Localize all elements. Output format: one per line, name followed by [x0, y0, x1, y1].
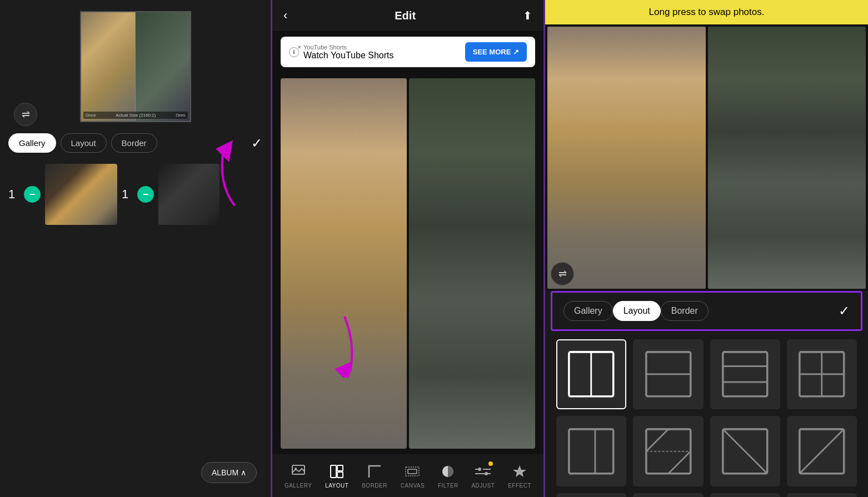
- yellow-dot-indicator: [488, 461, 493, 466]
- svg-rect-6: [337, 472, 343, 478]
- effect-label: EFFECT: [508, 483, 531, 489]
- layout-option-left-big[interactable]: [556, 416, 626, 486]
- tool-border[interactable]: BORDER: [362, 463, 387, 489]
- cat-bowl-image: [45, 164, 117, 225]
- svg-rect-22: [723, 352, 767, 396]
- ad-text: YouTube Shorts Watch YouTube Shorts: [303, 44, 393, 61]
- share-button[interactable]: ⬆: [523, 9, 532, 22]
- album-button[interactable]: ALBUM ∧: [201, 462, 257, 483]
- layout-grid: [545, 331, 868, 497]
- preview-right-image: [136, 12, 190, 121]
- photo-thumbnail-2[interactable]: [158, 164, 220, 225]
- tooltip-bar: Long press to swap photos.: [545, 0, 868, 24]
- layout-option-eight-mix[interactable]: [787, 493, 857, 498]
- panel-right: Long press to swap photos. ⇌ Gallery Lay…: [545, 0, 868, 497]
- border-icon: [366, 463, 383, 480]
- svg-point-11: [478, 468, 481, 471]
- canvas-icon: [403, 463, 421, 480]
- svg-point-10: [442, 466, 453, 477]
- panel-middle: ‹ Edit ⬆ ℹ ✕ YouTube Shorts Watch YouTub…: [272, 0, 545, 497]
- ad-main-text: Watch YouTube Shorts: [303, 51, 393, 61]
- preview-label: Once Actual Size (2160:2) Onm: [83, 112, 188, 119]
- gallery-icon: [290, 463, 307, 480]
- see-more-button[interactable]: SEE MORE ↗: [465, 42, 527, 62]
- svg-rect-5: [337, 465, 343, 471]
- svg-line-31: [646, 429, 668, 451]
- layout-label: LAYOUT: [325, 483, 348, 489]
- confirm-button-left[interactable]: ✓: [251, 135, 262, 151]
- tab-border-right[interactable]: Border: [661, 301, 709, 321]
- layout-icon: [328, 463, 346, 480]
- filter-icon: [439, 463, 457, 480]
- border-label: BORDER: [362, 483, 387, 489]
- swap-button-left[interactable]: ⇌: [14, 103, 37, 126]
- dark-cat-image: [158, 164, 220, 225]
- adjust-icon: [474, 463, 492, 480]
- layout-option-five-mix[interactable]: [556, 493, 626, 498]
- right-photo-left[interactable]: [547, 27, 706, 289]
- tab-layout-right[interactable]: Layout: [613, 301, 661, 321]
- tool-layout[interactable]: LAYOUT: [325, 463, 348, 489]
- edit-title: Edit: [395, 9, 416, 22]
- gallery-label: GALLERY: [285, 483, 312, 489]
- tool-effect[interactable]: EFFECT: [508, 463, 531, 489]
- collage-preview: Once Actual Size (2160:2) Onm: [80, 11, 191, 122]
- svg-marker-17: [513, 465, 526, 477]
- tabs-section-right: Gallery Layout Border ✓: [551, 291, 862, 331]
- photos-row: 1 − 1 −: [8, 164, 262, 225]
- remove-photo-2[interactable]: −: [137, 186, 154, 203]
- layout-option-four-grid[interactable]: [787, 339, 857, 409]
- collage-photo-left[interactable]: [281, 78, 407, 449]
- layout-option-diag-2[interactable]: [710, 416, 780, 486]
- svg-line-37: [800, 429, 844, 473]
- adjust-label: ADJUST: [471, 483, 495, 489]
- effect-icon: [511, 463, 528, 480]
- svg-line-35: [723, 429, 767, 473]
- ad-info-icon: ℹ ✕: [289, 47, 299, 57]
- tool-gallery[interactable]: GALLERY: [285, 463, 312, 489]
- edit-header: ‹ Edit ⬆: [272, 0, 543, 31]
- right-preview-container: ⇌: [545, 24, 868, 291]
- confirm-button-right[interactable]: ✓: [839, 303, 850, 319]
- layout-option-seven-mix[interactable]: [710, 493, 780, 498]
- tab-layout-left[interactable]: Layout: [61, 133, 107, 153]
- tab-gallery-right[interactable]: Gallery: [563, 301, 613, 321]
- preview-left-image: [81, 12, 136, 121]
- ad-info: ℹ ✕ YouTube Shorts Watch YouTube Shorts: [289, 44, 460, 61]
- svg-rect-28: [569, 429, 613, 473]
- ad-close-icon[interactable]: ✕: [297, 44, 302, 50]
- ad-banner: ℹ ✕ YouTube Shorts Watch YouTube Shorts …: [281, 37, 535, 67]
- tabs-row-left: Gallery Layout Border ✓: [8, 133, 262, 153]
- svg-line-32: [668, 451, 690, 473]
- svg-point-12: [485, 472, 488, 475]
- svg-rect-8: [408, 469, 417, 474]
- photo-count-2: 1: [122, 187, 133, 202]
- swap-button-right[interactable]: ⇌: [551, 262, 574, 285]
- bottom-toolbar: GALLERY LAYOUT BORDER: [272, 454, 543, 497]
- tool-filter[interactable]: FILTER: [438, 463, 458, 489]
- layout-option-two-col[interactable]: [556, 339, 626, 409]
- tab-gallery-left[interactable]: Gallery: [8, 133, 56, 153]
- svg-rect-4: [331, 465, 336, 478]
- ad-label: YouTube Shorts: [303, 44, 393, 51]
- right-photo-right[interactable]: [708, 27, 866, 289]
- filter-label: FILTER: [438, 483, 458, 489]
- layout-option-two-row[interactable]: [633, 339, 703, 409]
- tool-adjust[interactable]: ADJUST: [471, 463, 495, 489]
- back-button[interactable]: ‹: [283, 8, 287, 23]
- main-collage: [281, 78, 535, 449]
- photo-thumbnail-1[interactable]: [45, 164, 117, 225]
- remove-photo-1[interactable]: −: [24, 186, 41, 203]
- layout-option-six-grid[interactable]: [633, 493, 703, 498]
- layout-option-diag-1[interactable]: [633, 416, 703, 486]
- canvas-label: CANVAS: [401, 483, 425, 489]
- arrow-annotation-down: [328, 311, 372, 378]
- photo-count-1: 1: [8, 187, 19, 202]
- panel-left: Once Actual Size (2160:2) Onm ⇌ Gallery …: [0, 0, 272, 497]
- layout-option-three-h[interactable]: [710, 339, 780, 409]
- layout-option-three-mix[interactable]: [787, 416, 857, 486]
- tool-canvas[interactable]: CANVAS: [401, 463, 425, 489]
- tab-border-left[interactable]: Border: [111, 133, 157, 153]
- collage-photo-right[interactable]: [409, 78, 535, 449]
